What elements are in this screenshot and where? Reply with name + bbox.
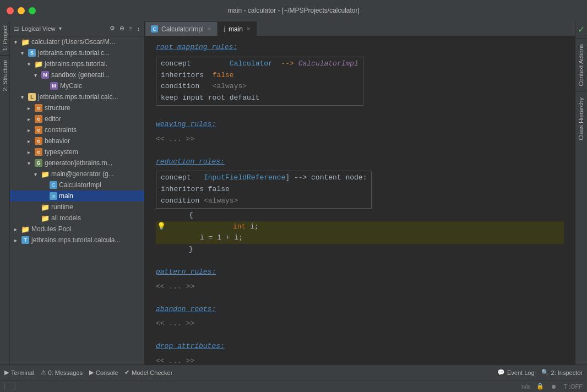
minimize-button[interactable] xyxy=(18,7,25,14)
tab-main[interactable]: j main ✕ xyxy=(218,21,257,36)
tab-calculatorimpl-close[interactable]: ✕ xyxy=(207,26,211,32)
status-bar: n/a 🔒 ⏺ T :OFF xyxy=(0,380,587,392)
dropdown-arrow-icon[interactable]: ▾ xyxy=(59,25,62,31)
model-checker-label: Model Checker xyxy=(132,369,172,376)
section-reduction-rules: reduction rules: concept InputFieldRefer… xyxy=(156,156,564,255)
tabs-bar: C CalculatorImpl ✕ j main ✕ xyxy=(145,21,575,36)
tree-item-all-models[interactable]: 📁 all models xyxy=(10,213,144,224)
code-line: condition <always> xyxy=(161,81,358,92)
c-constraints-icon: c xyxy=(34,126,43,134)
class-hierarchy-label[interactable]: Class Hierarchy xyxy=(575,91,587,146)
maximize-button[interactable] xyxy=(29,7,36,14)
inspector-button[interactable]: 🔍 2: Inspector xyxy=(541,369,583,376)
folder-icon: 📁 xyxy=(41,203,50,211)
section-drop-attributes: drop attributes: << ... >> xyxy=(156,341,564,364)
tree-item-calculator[interactable]: ▾ 📁 calculator (/Users/Oscar/M... xyxy=(10,36,144,47)
logical-view-label[interactable]: Logical View xyxy=(21,25,56,32)
traffic-lights xyxy=(7,7,36,14)
arrow-icon: ▾ xyxy=(34,72,41,78)
tree-item-runtime[interactable]: 📁 runtime xyxy=(10,202,144,213)
titlebar: main - calculator - [~/MPSProjects/calcu… xyxy=(0,0,587,21)
toolbar-icon-2[interactable]: ⊕ xyxy=(118,24,126,33)
t-off-label: T :OFF xyxy=(563,383,583,390)
messages-label: 0: Messages xyxy=(48,369,83,376)
console-button[interactable]: ▶ Console xyxy=(89,369,118,376)
tree-item-structure[interactable]: ▸ c structure xyxy=(10,102,144,113)
lightbulb-icon: 💡 xyxy=(157,221,166,233)
tree-item-behavior[interactable]: ▸ c behavior xyxy=(10,135,144,146)
tab-main-close[interactable]: ✕ xyxy=(246,26,251,32)
terminal-button[interactable]: ▶ Terminal xyxy=(4,369,34,376)
code-line-int: 💡 int i; xyxy=(156,221,564,233)
root-mapping-header: root mapping rules: xyxy=(156,42,564,53)
tab-main-icon: j xyxy=(224,26,225,32)
tree-item-editor[interactable]: ▸ c editor xyxy=(10,113,144,124)
code-line-assign: i = 1 + i; xyxy=(156,232,564,244)
tree-item-generator[interactable]: ▾ G generator/jetbrains.m... xyxy=(10,157,144,168)
event-log-icon: 💬 xyxy=(497,369,505,376)
tree-item-main-generator[interactable]: ▾ 📁 main@generator (g... xyxy=(10,168,144,179)
tree-item-constraints[interactable]: ▸ c constraints xyxy=(10,124,144,135)
arrow-icon: ▸ xyxy=(28,138,34,144)
window: main - calculator - [~/MPSProjects/calcu… xyxy=(0,0,587,392)
abandon-ellipsis: << ... >> xyxy=(156,318,564,330)
code-line: condition <always> xyxy=(161,195,367,207)
editor-area: C CalculatorImpl ✕ j main ✕ root mapping… xyxy=(145,21,575,364)
model-checker-button[interactable]: ✔ Model Checker xyxy=(124,369,172,376)
left-side-panel: 1: Project 2: Structure xyxy=(0,21,10,364)
toolbar-icon-1[interactable]: ⚙ xyxy=(108,24,116,33)
reduction-block: concept InputFieldReference] --> content… xyxy=(156,171,372,208)
editor-content[interactable]: root mapping rules: concept Calculator -… xyxy=(145,36,575,364)
tree-item-calculatorimpl[interactable]: C CalculatorImpl xyxy=(10,179,144,190)
arrow-icon: ▾ xyxy=(28,61,34,67)
section-root-mapping: root mapping rules: concept Calculator -… xyxy=(156,42,564,108)
c-behavior-icon: c xyxy=(34,137,43,145)
close-button[interactable] xyxy=(7,7,14,14)
arrow-icon: ▸ xyxy=(14,237,21,243)
tree-icon-project: 🗂 xyxy=(13,25,19,32)
tree-item-mps-tutorial-t[interactable]: ▸ T jetbrains.mps.tutorial.calcula... xyxy=(10,235,144,246)
tab-calculatorimpl[interactable]: C CalculatorImpl ✕ xyxy=(145,21,218,36)
context-actions-label[interactable]: Context Actions xyxy=(575,38,587,91)
inspector-label: 2: Inspector xyxy=(551,369,583,376)
tree-item-mps-tutorial-sub[interactable]: ▾ 📁 jetbrains.mps.tutorial. xyxy=(10,58,144,69)
folder-icon: 📁 xyxy=(41,214,50,222)
reduction-block-wrapper: concept InputFieldReference] --> content… xyxy=(156,171,374,208)
code-line: concept Calculator --> CalculatorImpl xyxy=(161,58,358,70)
tree-item-modules-pool[interactable]: ▸ 📁 Modules Pool xyxy=(10,224,144,235)
toolbar-icon-3[interactable]: ≡ xyxy=(128,24,133,33)
toolbar-icon-4[interactable]: ↕ xyxy=(136,24,142,33)
code-line-brace-open: { xyxy=(167,210,564,221)
event-log-button[interactable]: 💬 Event Log xyxy=(497,369,535,376)
m2-icon: M xyxy=(50,81,58,90)
structure-panel-label[interactable]: 2: Structure xyxy=(0,56,10,96)
code-line-brace-close: } xyxy=(167,244,564,255)
folder-icon: 📁 xyxy=(34,59,43,68)
tab-calc-icon: C xyxy=(151,25,158,32)
folder-icon: 📁 xyxy=(21,225,30,233)
messages-button[interactable]: ⚠ 0: Messages xyxy=(41,369,83,376)
m-icon: M xyxy=(41,70,50,79)
arrow-icon: ▸ xyxy=(28,105,34,111)
section-abandon-roots: abandon roots: << ... >> xyxy=(156,304,564,330)
section-pattern-rules: pattern rules: << ... >> xyxy=(156,266,564,293)
tree-item-typesystem[interactable]: ▸ c typesystem xyxy=(10,146,144,157)
drop-attributes-header: drop attributes: xyxy=(156,341,564,352)
console-label: Console xyxy=(96,369,118,376)
c-editor-icon: c xyxy=(34,115,43,123)
tree-item-mps-tutorial-s[interactable]: ▾ S jetbrains.mps.tutorial.c... xyxy=(10,47,144,58)
status-box xyxy=(4,383,15,390)
s-icon: S xyxy=(28,48,36,57)
tree-item-mps-tutorial-l[interactable]: ▾ L jetbrains.mps.tutorial.calc... xyxy=(10,91,144,102)
arrow-icon: ▾ xyxy=(14,39,21,45)
tree-item-main[interactable]: m main xyxy=(10,190,144,202)
g-icon: G xyxy=(34,159,43,167)
tree-item-mycalc[interactable]: M MyCalc xyxy=(10,80,144,91)
arrow-icon: ▾ xyxy=(34,171,41,177)
bottom-right: 💬 Event Log 🔍 2: Inspector xyxy=(497,369,583,376)
terminal-label: Terminal xyxy=(11,369,34,376)
tree-item-sandbox[interactable]: ▾ M sandbox (generati... xyxy=(10,69,144,80)
root-mapping-block: concept Calculator --> CalculatorImpl in… xyxy=(156,57,363,106)
reduction-rules-header: reduction rules: xyxy=(156,156,564,168)
project-panel-label[interactable]: 1: Project xyxy=(0,21,10,55)
